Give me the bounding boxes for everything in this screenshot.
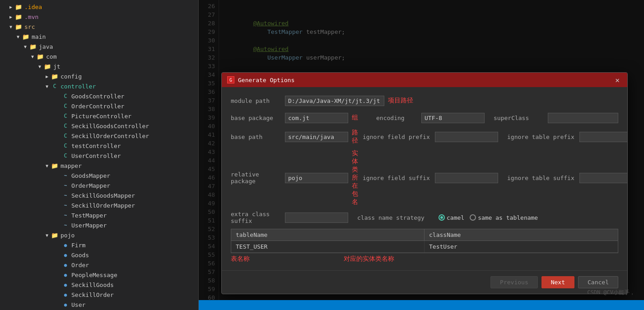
previous-button[interactable]: Previous xyxy=(490,276,538,288)
sidebar-item-order[interactable]: ● Order xyxy=(0,260,198,270)
sidebar-item-label: SeckillGoods xyxy=(71,282,198,288)
modal-header: G Generate Options ✕ xyxy=(222,73,627,87)
base-package-label: base package xyxy=(231,115,285,121)
sidebar-item-label: GoodsController xyxy=(71,93,198,100)
sidebar-item-seckillgoods[interactable]: ● SeckillGoods xyxy=(0,280,198,290)
radio-camel-dot xyxy=(439,214,445,221)
sidebar-item-idea[interactable]: ▶ 📁 .idea xyxy=(0,2,198,12)
table-name-input[interactable] xyxy=(236,243,420,250)
sidebar-item-picturecontroller[interactable]: C PictureController xyxy=(0,111,198,121)
sidebar-item-label: PeopleMessage xyxy=(71,272,198,278)
mapper-icon: ~ xyxy=(61,192,70,199)
relative-package-row: relative package 实体类所在包名 ignore field su… xyxy=(231,149,618,206)
modal-title-text: Generate Options xyxy=(238,77,294,83)
relative-package-label: relative package xyxy=(231,171,285,185)
sidebar-item-label: controller xyxy=(61,83,198,90)
extra-class-suffix-label: extra class suffix xyxy=(231,211,285,224)
code-editor: 26 27 28 29 30 31 32 33 34 35 36 37 38 3… xyxy=(199,0,644,310)
sidebar-item-label: PictureController xyxy=(71,113,198,120)
sidebar-item-label: jt xyxy=(53,63,198,70)
class-icon: ● xyxy=(61,271,70,278)
class-icon: ● xyxy=(61,241,70,249)
base-package-input[interactable] xyxy=(285,113,348,123)
sidebar-item-label: Order xyxy=(71,262,198,268)
sidebar-item-com[interactable]: ▼ 📁 com xyxy=(0,51,198,61)
encoding-input[interactable] xyxy=(421,113,485,123)
ignore-table-prefix-label: ignore table prefix xyxy=(507,134,579,140)
super-class-input[interactable] xyxy=(548,113,618,123)
base-path-input[interactable] xyxy=(285,132,348,142)
sidebar-item-goodscontroller[interactable]: C GoodsController xyxy=(0,91,198,101)
modal-title: G Generate Options xyxy=(227,76,294,83)
folder-icon: 📁 xyxy=(43,63,51,70)
sidebar-item-usermapper[interactable]: ~ UserMapper xyxy=(0,220,198,230)
radio-same-label: same as tablename xyxy=(478,214,538,221)
module-path-label: module path xyxy=(231,97,285,104)
extra-class-suffix-input[interactable] xyxy=(285,213,348,223)
sidebar-item-mapper[interactable]: ▼ 📁 mapper xyxy=(0,161,198,171)
sidebar-item-label: User xyxy=(71,301,198,308)
sidebar-item-label: UserMapper xyxy=(71,222,198,229)
modal-overlay: G Generate Options ✕ module path 项目路径 ba… xyxy=(199,0,644,310)
sidebar-item-goods[interactable]: ● Goods xyxy=(0,250,198,260)
base-package-row: base package 组 encoding superClass xyxy=(231,111,618,124)
relative-package-input[interactable] xyxy=(285,173,348,183)
cancel-button[interactable]: Cancel xyxy=(578,276,618,288)
mapper-icon: ~ xyxy=(61,182,70,189)
mapper-icon: ~ xyxy=(61,172,70,179)
ignore-table-prefix-input[interactable] xyxy=(579,132,628,142)
arrow-icon: ▶ xyxy=(7,5,14,9)
watermark: CSDN @CV小能手， xyxy=(587,289,635,296)
sidebar-item-src[interactable]: ▼ 📁 src xyxy=(0,22,198,32)
sidebar-item-goodsmapper[interactable]: ~ GoodsMapper xyxy=(0,171,198,180)
sidebar-item-pojo[interactable]: ▼ 📁 pojo xyxy=(0,230,198,240)
sidebar-item-controller[interactable]: ▼ C controller xyxy=(0,81,198,91)
sidebar-item-label: java xyxy=(39,43,198,50)
sidebar-item-usercontroller[interactable]: C UserController xyxy=(0,151,198,161)
mapper-icon: ~ xyxy=(61,202,70,209)
arrow-icon: ▼ xyxy=(43,163,51,168)
sidebar-item-peoplemessage[interactable]: ● PeopleMessage xyxy=(0,270,198,280)
sidebar-item-label: SeckillOrder xyxy=(71,291,198,298)
class-name-input[interactable] xyxy=(429,243,613,250)
sidebar-item-seckillordermapper[interactable]: ~ SeckillOrderMapper xyxy=(0,200,198,210)
sidebar-item-jt[interactable]: ▼ 📁 jt xyxy=(0,61,198,71)
sidebar-item-testmapper[interactable]: ~ TestMapper xyxy=(0,210,198,220)
arrow-icon: ▼ xyxy=(14,34,22,39)
table-name-header: tableName xyxy=(231,229,425,241)
close-button[interactable]: ✕ xyxy=(613,75,622,84)
ignore-table-suffix-input[interactable] xyxy=(579,173,628,183)
ignore-field-prefix-label: ignore field prefix xyxy=(363,134,435,140)
sidebar-item-ordermapper[interactable]: ~ OrderMapper xyxy=(0,180,198,190)
sidebar-item-label: config xyxy=(61,73,198,80)
arrow-icon: ▶ xyxy=(43,74,51,79)
class-icon: ● xyxy=(61,251,70,259)
sidebar-item-label: SeckillGoodsController xyxy=(71,123,198,130)
class-icon: ● xyxy=(61,291,70,298)
sidebar-item-seckillorder[interactable]: ● SeckillOrder xyxy=(0,290,198,300)
sidebar-item-mvn[interactable]: ▶ 📁 .mvn xyxy=(0,12,198,22)
ignore-field-prefix-input[interactable] xyxy=(435,132,498,142)
sidebar-item-seckillordercontroller[interactable]: C SeckillOrderController xyxy=(0,131,198,141)
sidebar-item-config[interactable]: ▶ 📁 config xyxy=(0,71,198,81)
radio-same-option[interactable]: same as tablename xyxy=(470,214,538,221)
ignore-field-suffix-input[interactable] xyxy=(435,173,498,183)
sidebar-item-firm[interactable]: ● Firm xyxy=(0,240,198,250)
radio-camel-option[interactable]: camel xyxy=(439,214,464,221)
next-button[interactable]: Next xyxy=(541,276,574,288)
sidebar-item-ordercontroller[interactable]: C OrderController xyxy=(0,101,198,111)
sidebar-item-seckillgoodscontroller[interactable]: C SeckillGoodsController xyxy=(0,121,198,131)
sidebar-item-label: SeckillOrderMapper xyxy=(71,202,198,209)
sidebar-item-user[interactable]: ● User xyxy=(0,300,198,310)
sidebar-item-label: SeckillGoodsMapper xyxy=(71,192,198,199)
sidebar-item-label: TestMapper xyxy=(71,212,198,219)
sidebar-item-seckillgoodsmapper[interactable]: ~ SeckillGoodsMapper xyxy=(0,190,198,200)
module-path-input[interactable] xyxy=(285,96,384,106)
mapper-icon: ~ xyxy=(61,222,70,229)
sidebar-item-testcontroller[interactable]: C testController xyxy=(0,141,198,151)
modal-body: module path 项目路径 base package 组 encoding… xyxy=(222,87,627,270)
class-icon: ● xyxy=(61,261,70,268)
sidebar-item-java[interactable]: ▼ 📁 java xyxy=(0,42,198,51)
sidebar-item-main[interactable]: ▼ 📁 main xyxy=(0,32,198,42)
base-path-row: base path 路径 ignore field prefix ignore … xyxy=(231,129,618,145)
